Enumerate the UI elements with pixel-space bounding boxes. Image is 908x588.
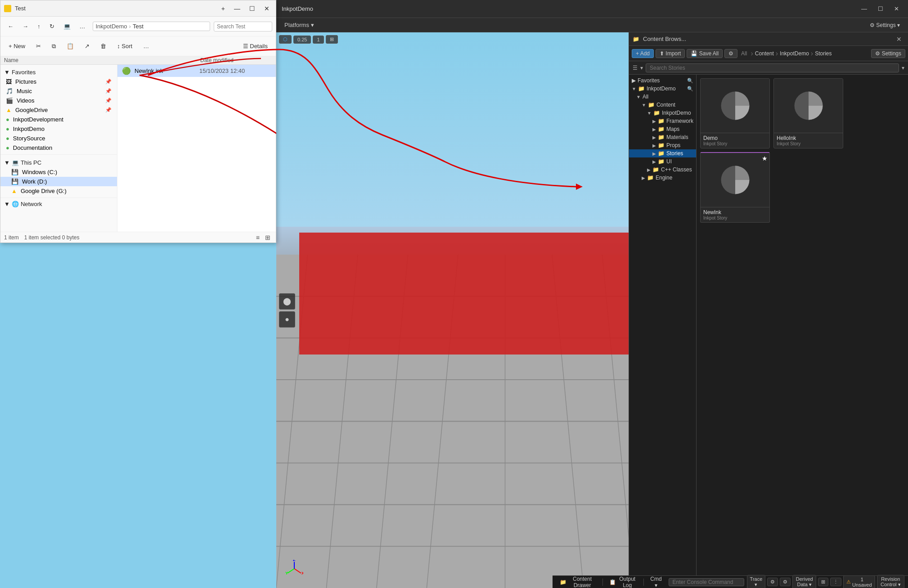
tree-engine[interactable]: ▶ 📁 Engine (629, 174, 696, 182)
tree-ui[interactable]: ▶ 📁 UI (629, 157, 696, 166)
cb-options-btn[interactable]: ⚙ (724, 49, 737, 58)
tree-content[interactable]: ▼ 📁 Content (629, 101, 696, 109)
address-part2: Test (133, 23, 144, 30)
tree-maps[interactable]: ▶ 📁 Maps (629, 125, 696, 133)
fps-btn[interactable]: 0.25 (293, 36, 311, 44)
demo-asset-type: Inkpot Story (703, 141, 767, 146)
layout-btn[interactable]: ⊞ (326, 35, 338, 44)
tree-all[interactable]: ▼ All (629, 93, 696, 101)
cb-collapse-icon[interactable]: ▾ (640, 65, 643, 71)
cb-search-input[interactable] (646, 63, 899, 72)
file-explorer-title: Test (15, 5, 215, 12)
sidebar-item-documentation[interactable]: ● Documentation (0, 143, 117, 153)
res-btn[interactable]: 1 (313, 36, 324, 44)
console-input[interactable] (669, 578, 744, 586)
selected-status: 1 item selected 0 bytes (24, 234, 80, 241)
minimize-btn[interactable]: — (231, 4, 243, 13)
settings2-btn[interactable]: ⚙ (780, 578, 791, 586)
tree-framework[interactable]: ▶ 📁 Framework (629, 117, 696, 125)
grid-view-btn[interactable]: ⊞ (263, 233, 272, 242)
tool-btn-2[interactable]: ● (279, 311, 295, 328)
cb-breadcrumb-sep2: › (776, 49, 778, 58)
sidebar-item-windows-c[interactable]: 💾 Windows (C:) (0, 167, 117, 177)
details-btn[interactable]: ☰ Details (238, 41, 272, 51)
sidebar-item-googledrive[interactable]: ▲ GoogleDrive 📌 (0, 105, 117, 115)
sidebar-item-pictures[interactable]: 🖼 Pictures 📌 (0, 77, 117, 86)
gdrive-g-label: Google Drive (G:) (21, 188, 67, 194)
more-options-btn[interactable]: … (139, 41, 153, 51)
sidebar-item-story-source[interactable]: ● StorySource (0, 134, 117, 143)
tree-favorites[interactable]: ▶ Favorites 🔍 (629, 76, 696, 85)
cut-btn[interactable]: ✂ (31, 41, 45, 51)
this-pc-expand-icon: ▼ (4, 159, 10, 166)
address-bar[interactable]: InkpotDemo › Test (93, 22, 211, 31)
search-input[interactable] (214, 22, 272, 31)
share-btn[interactable]: ↗ (80, 41, 94, 51)
up-btn[interactable]: ↑ (34, 21, 44, 31)
tree-inkpotdemo[interactable]: ▼ 📁 InkpotDemo 🔍 (629, 85, 696, 93)
file-row-newink[interactable]: 🟢 NewInk.ink 15/10/2023 12:40 (117, 65, 276, 77)
ue-maximize-btn[interactable]: ☐ (874, 4, 887, 13)
new-tab-btn[interactable]: + (219, 4, 228, 13)
ue-close-btn[interactable]: ✕ (890, 4, 903, 13)
perspective-btn[interactable]: ⬡ (279, 35, 292, 44)
tree-cpp[interactable]: ▶ 📁 C++ Classes (629, 166, 696, 174)
tree-materials[interactable]: ▶ 📁 Materials (629, 133, 696, 141)
cb-import-btn[interactable]: ⬆ Import (656, 49, 685, 58)
sidebar-item-gdrive-g[interactable]: ▲ Google Drive (G:) (0, 186, 117, 196)
derived-data-btn[interactable]: Derived Data ▾ (792, 575, 816, 588)
tree-stories[interactable]: ▶ 📁 Stories (629, 149, 696, 157)
settings-menu[interactable]: ⚙ Settings ▾ (865, 20, 904, 30)
sidebar-item-videos[interactable]: 🎬 Videos 📌 (0, 96, 117, 105)
tree-props[interactable]: ▶ 📁 Props (629, 141, 696, 149)
revision-control-btn[interactable]: Revision Control ▾ (877, 575, 905, 588)
asset-card-helloink[interactable]: HelloInk Inkpot Story (773, 78, 843, 148)
more-btn[interactable]: … (76, 21, 89, 31)
asset-card-newink[interactable]: ★ NewInk Inkpot Story (700, 152, 770, 223)
cb-settings-btn[interactable]: ⚙ Settings (871, 49, 905, 58)
refresh-btn[interactable]: ↻ (46, 21, 58, 31)
tree-inkpotdemo2[interactable]: ▼ 📁 InkpotDemo (629, 109, 696, 117)
sidebar-item-music[interactable]: 🎵 Music 📌 (0, 86, 117, 96)
network-section[interactable]: ▼ 🌐 Network (0, 199, 117, 209)
ue-minimize-btn[interactable]: — (858, 4, 871, 13)
computer-btn[interactable]: 💻 (60, 21, 74, 31)
favorites-section[interactable]: ▼ Favorites (0, 67, 117, 77)
cb-search-dropdown[interactable]: ▾ (902, 65, 904, 71)
favorites-tree-label: Favorites (638, 77, 660, 84)
sidebar-item-inkpot-demo[interactable]: ● InkpotDemo (0, 124, 117, 134)
asset-card-demo[interactable]: Demo Inkpot Story (700, 78, 770, 148)
cmd-btn[interactable]: Cmd ▾ (646, 575, 665, 588)
back-btn[interactable]: ← (4, 21, 17, 31)
close-btn[interactable]: ✕ (261, 4, 272, 13)
cb-add-btn[interactable]: + Add (632, 49, 654, 58)
inkpotdemo-folder-icon: 📁 (638, 85, 645, 92)
paste-btn[interactable]: 📋 (62, 41, 78, 51)
unsaved-btn[interactable]: ⚠ 1 Unsaved (843, 575, 875, 588)
favorites-search-icon[interactable]: 🔍 (687, 78, 693, 84)
forward-btn[interactable]: → (19, 21, 32, 31)
new-btn[interactable]: + New (4, 41, 30, 51)
output-log-btn[interactable]: 📋 Output Log (606, 575, 641, 588)
newink-asset-info: NewInk Inkpot Story (701, 207, 769, 222)
platforms-menu[interactable]: Platforms ▾ (280, 20, 319, 30)
list-view-btn[interactable]: ≡ (254, 233, 261, 242)
copy-btn[interactable]: ⧉ (47, 41, 60, 52)
tool-btn-1[interactable]: ⬤ (279, 293, 295, 310)
more-icon-btn[interactable]: ⋮ (830, 578, 841, 586)
sidebar-item-work-d[interactable]: 💾 Work (D:) (0, 177, 117, 186)
sidebar-item-inkpot-dev[interactable]: ● InkpotDevelopment (0, 115, 117, 124)
delete-btn[interactable]: 🗑 (96, 41, 111, 51)
inkpotdemo-search-icon[interactable]: 🔍 (687, 86, 693, 92)
sort-btn[interactable]: ↕ Sort (112, 41, 137, 51)
maximize-btn[interactable]: ☐ (247, 4, 258, 13)
content-drawer-btn[interactable]: 📁 Content Drawer (556, 575, 600, 588)
cb-toolbar: + Add ⬆ Import 💾 Save All ⚙ All › Conten… (629, 46, 908, 61)
cb-save-btn[interactable]: 💾 Save All (687, 49, 723, 58)
settings1-btn[interactable]: ⚙ (767, 578, 778, 586)
cb-close-btn[interactable]: ✕ (894, 35, 904, 44)
trace-btn[interactable]: Trace ▾ (747, 575, 766, 588)
layout-icon-btn[interactable]: ⊞ (818, 578, 828, 586)
this-pc-section[interactable]: ▼ 💻 This PC (0, 158, 117, 167)
cb-filter-icon[interactable]: ☰ (633, 65, 638, 71)
